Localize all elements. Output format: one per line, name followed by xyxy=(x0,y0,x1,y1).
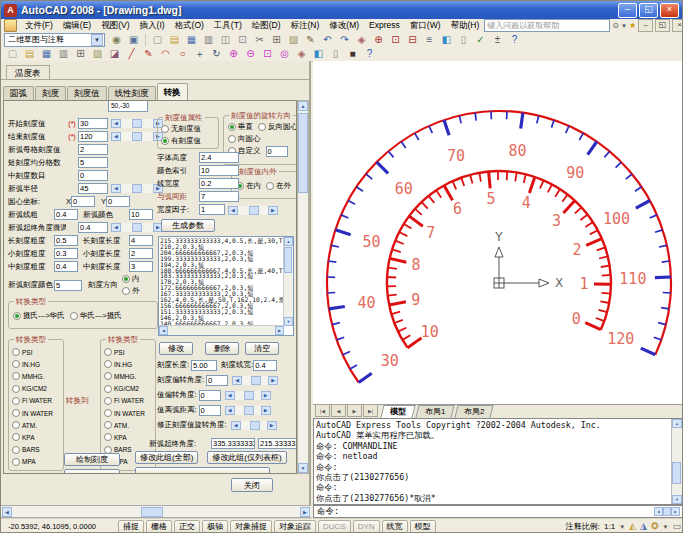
slider-right-icon[interactable]: ▶ xyxy=(268,376,278,385)
slider[interactable]: ◀▶ xyxy=(232,376,278,385)
unit-option[interactable]: MMHG. xyxy=(12,370,58,382)
slider-right-icon[interactable]: ▶ xyxy=(261,406,271,415)
slider[interactable]: ◀▶ xyxy=(111,223,163,232)
erase-button[interactable]: ◪ xyxy=(106,47,123,61)
inout-option[interactable]: 在内 xyxy=(236,181,261,191)
infocenter-star-icon[interactable]: ★ xyxy=(629,21,636,30)
unit-option[interactable]: KG/CM2 xyxy=(104,383,150,395)
qnew-button[interactable]: ▢ xyxy=(149,33,166,47)
tool-palettes-button[interactable]: ▯ xyxy=(455,33,472,47)
params-listbox[interactable]: 215.333333333333,4,0.5,长,是,30,T210,2,0.3… xyxy=(158,236,294,336)
scroll-up-icon[interactable]: ▲ xyxy=(298,101,308,111)
circle-button[interactable]: ○ xyxy=(174,47,191,61)
annotation-scale-value[interactable]: 1:1 xyxy=(604,522,615,531)
command-window[interactable]: AutoCAD Express Tools Copyright ?2002-20… xyxy=(313,418,683,505)
workspace-select[interactable]: 二维草图与注释 ▼ xyxy=(4,33,105,47)
chevron-down-icon[interactable]: ▼ xyxy=(663,524,669,530)
slider-right-icon[interactable]: ▶ xyxy=(261,391,271,400)
quickcalc-button[interactable]: ± xyxy=(489,33,506,47)
doc-close-button[interactable]: × xyxy=(672,19,683,32)
slider-track[interactable] xyxy=(241,421,267,430)
width-factor-input[interactable]: 1 xyxy=(199,204,225,215)
zoom-realtime-button[interactable]: ⊕ xyxy=(370,33,387,47)
slider-left-icon[interactable]: ◀ xyxy=(111,132,121,141)
workspace-settings-button[interactable]: ◉ xyxy=(108,33,125,47)
status-toggle-7[interactable]: DYN xyxy=(353,520,380,533)
unit-option[interactable]: IN.HG xyxy=(12,358,58,370)
slider-thumb[interactable] xyxy=(244,391,254,400)
panel-tab-2[interactable]: 刻度值 xyxy=(67,86,107,100)
unit-option[interactable]: KPA xyxy=(12,431,58,443)
value-input[interactable]: 4 xyxy=(129,235,153,246)
menu-item-6[interactable]: 绘图(D) xyxy=(247,19,286,32)
slider[interactable]: ◀▶ xyxy=(111,184,163,193)
slider[interactable]: ◀▶ xyxy=(231,421,277,430)
scroll-up-icon[interactable]: ▲ xyxy=(672,419,682,428)
plot-preview-button[interactable]: ◫ xyxy=(217,33,234,47)
layout-tab-0[interactable]: 模型 xyxy=(380,405,415,418)
generate-params-button[interactable]: 生成参数 xyxy=(161,219,215,232)
rotation-option[interactable]: 反向圆心 xyxy=(258,122,297,132)
line-button[interactable]: ╱ xyxy=(123,47,140,61)
value-input[interactable]: 10 xyxy=(199,165,239,176)
scroll-thumb[interactable] xyxy=(298,113,308,193)
scroll-up-icon[interactable]: ▲ xyxy=(284,237,293,246)
value-input[interactable]: 0.4 xyxy=(78,222,108,233)
redo-button[interactable]: ↷ xyxy=(336,33,353,47)
value-input[interactable]: 0.4 xyxy=(253,360,277,371)
slider[interactable]: ◀▶ xyxy=(111,132,163,141)
designcenter-button[interactable]: ◧ xyxy=(438,33,455,47)
chevron-down-icon[interactable]: ▼ xyxy=(91,34,103,46)
custom-angle-input[interactable]: 0 xyxy=(266,146,288,157)
modify-group-list-button[interactable]: 修改此组(仅列表框) xyxy=(207,451,286,464)
copy-button[interactable]: ⊞ xyxy=(268,33,285,47)
slider-left-icon[interactable]: ◀ xyxy=(111,184,121,193)
slider-left-icon[interactable]: ◀ xyxy=(111,223,121,232)
status-toggle-3[interactable]: 极轴 xyxy=(202,520,228,533)
value-input[interactable]: 5 xyxy=(78,157,108,168)
zoom-window-2-button[interactable]: ⊡ xyxy=(259,47,276,61)
scroll-down-icon[interactable]: ▼ xyxy=(284,317,293,326)
scroll-left-icon[interactable]: ◀ xyxy=(654,507,663,516)
unit-option[interactable]: MMHG. xyxy=(104,370,150,382)
menu-item-11[interactable]: 帮助(H) xyxy=(446,19,485,32)
slider-right-icon[interactable]: ▶ xyxy=(268,206,278,215)
tick-direction-option[interactable]: 外 xyxy=(122,285,140,297)
status-toggle-9[interactable]: 模型 xyxy=(410,520,436,533)
slider-thumb[interactable] xyxy=(132,132,142,141)
inout-option[interactable]: 在外 xyxy=(266,181,291,191)
slider-left-icon[interactable]: ◀ xyxy=(228,206,238,215)
status-toggle-4[interactable]: 对象捕捉 xyxy=(230,520,272,533)
slider-thumb[interactable] xyxy=(244,406,254,415)
slider[interactable]: ◀▶ xyxy=(225,406,271,415)
panel-hscrollbar[interactable]: ◀ ▶ xyxy=(1,505,311,518)
zoom-in-button[interactable]: ⊕ xyxy=(225,47,242,61)
properties-button[interactable]: ≡ xyxy=(421,33,438,47)
unit-option[interactable]: IN WATER xyxy=(12,407,58,419)
help-search-input[interactable] xyxy=(484,19,610,32)
search-dropdown-icon[interactable]: ▼ xyxy=(621,23,627,29)
panel-vscrollbar[interactable]: ▲ ▼ xyxy=(297,100,309,474)
layout-tab-1[interactable]: 布局1 xyxy=(415,405,455,418)
value-input[interactable]: 0 xyxy=(71,196,95,207)
plot-button[interactable]: ▥ xyxy=(200,33,217,47)
next-tab-icon[interactable]: ▶ xyxy=(347,404,362,417)
menu-item-4[interactable]: 格式(O) xyxy=(170,19,209,32)
first-tab-icon[interactable]: |◀ xyxy=(315,404,330,417)
open-button[interactable]: ▤ xyxy=(166,33,183,47)
value-input[interactable]: 0 xyxy=(106,196,130,207)
slider[interactable]: ◀▶ xyxy=(111,119,163,128)
slider-track[interactable] xyxy=(121,223,153,232)
value-input[interactable]: 5.00 xyxy=(191,360,217,371)
scroll-down-icon[interactable]: ▼ xyxy=(672,495,682,504)
unit-option[interactable]: KPA xyxy=(104,431,150,443)
value-input[interactable]: 2.4 xyxy=(199,152,239,163)
conversion-direction-option[interactable]: 摄氏--->华氏 xyxy=(13,311,65,321)
scroll-down-icon[interactable]: ▼ xyxy=(298,463,308,473)
close-dialog-button[interactable]: 关闭 xyxy=(231,478,273,492)
paste-button[interactable]: ▨ xyxy=(285,33,302,47)
plot-2-button[interactable]: ▥ xyxy=(55,47,72,61)
unit-option[interactable]: KG/CM2 xyxy=(12,383,58,395)
menu-item-5[interactable]: 工具(T) xyxy=(209,19,247,32)
unit-option[interactable]: Fi WATER xyxy=(12,395,58,407)
